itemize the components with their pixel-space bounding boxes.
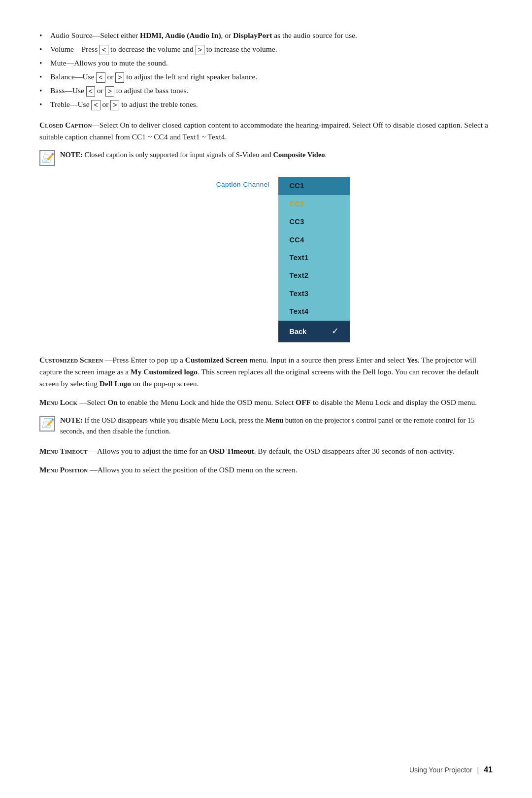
menu-option-cc2[interactable]: CC2 <box>278 195 350 213</box>
menu-row-cc3: CC3 <box>182 213 350 231</box>
caption-channel-label: Caption Channel <box>182 177 278 195</box>
menu-header-row: Caption Channel CC1 <box>182 177 350 195</box>
treble-greater-key: > <box>110 100 119 110</box>
customized-screen-heading: Customized Screen <box>39 356 103 364</box>
note-content-2: If the OSD disappears while you disable … <box>60 416 474 435</box>
closed-caption-paragraph: Closed Caption—Select On to deliver clos… <box>39 119 493 143</box>
caption-menu-table: Caption Channel CC1 CC2 CC3 <box>182 177 350 342</box>
list-item-mute: Mute—Allows you to mute the sound. <box>39 57 493 69</box>
menu-row-text4: Text4 <box>182 302 350 320</box>
note-text-2: NOTE: If the OSD disappears while you di… <box>60 415 493 437</box>
treble-less-key: < <box>91 100 100 110</box>
customized-screen-paragraph: Customized Screen —Press Enter to pop up… <box>39 354 493 390</box>
note-label-2: NOTE: <box>60 416 83 424</box>
menu-row-text2: Text2 <box>182 266 350 284</box>
menu-option-text1[interactable]: Text1 <box>278 249 350 266</box>
footer-separator: | <box>477 765 479 776</box>
note-block-2: 📝 NOTE: If the OSD disappears while you … <box>39 415 493 437</box>
back-label[interactable]: Back <box>289 326 306 337</box>
caption-channel-menu-container: Caption Channel CC1 CC2 CC3 <box>39 177 493 342</box>
list-item-volume: Volume—Press < to decrease the volume an… <box>39 43 493 55</box>
balance-greater-key: > <box>115 72 124 82</box>
menu-position-heading: Menu Position <box>39 466 88 474</box>
closed-caption-body: —Select On to deliver closed caption con… <box>39 121 488 141</box>
bullet-list: Audio Source—Select either HDMI, Audio (… <box>39 30 493 110</box>
menu-option-text4[interactable]: Text4 <box>278 302 350 320</box>
note-icon-2: 📝 <box>39 416 55 432</box>
note-icon-1: 📝 <box>39 150 55 166</box>
menu-row-cc2: CC2 <box>182 195 350 213</box>
menu-row-cc4: CC4 <box>182 231 350 249</box>
list-item-treble: Treble—Use < or > to adjust the treble t… <box>39 99 493 110</box>
list-item-balance: Balance—Use < or > to adjust the left an… <box>39 71 493 83</box>
list-item-audio-source: Audio Source—Select either HDMI, Audio (… <box>39 30 493 41</box>
footer-label: Using Your Projector <box>409 765 472 776</box>
customized-screen-body: —Press Enter to pop up a Customized Scre… <box>39 356 479 388</box>
note-content-1: Closed caption is only supported for inp… <box>85 151 327 159</box>
menu-option-text3[interactable]: Text3 <box>278 285 350 302</box>
note-block-1: 📝 NOTE: Closed caption is only supported… <box>39 150 493 166</box>
note-label-1: NOTE: <box>60 151 83 159</box>
menu-timeout-paragraph: Menu Timeout —Allows you to adjust the t… <box>39 445 493 457</box>
page-number: 41 <box>484 764 493 776</box>
list-item-bass: Bass—Use < or > to adjust the bass tones… <box>39 85 493 97</box>
menu-option-cc1[interactable]: CC1 <box>278 177 350 195</box>
bass-less-key: < <box>86 86 95 96</box>
menu-option-cc4[interactable]: CC4 <box>278 231 350 249</box>
menu-option-cc3[interactable]: CC3 <box>278 213 350 231</box>
closed-caption-heading: Closed Caption <box>39 121 92 129</box>
menu-position-body: —Allows you to select the position of th… <box>90 466 297 474</box>
menu-lock-body: —Select On to enable the Menu Lock and h… <box>79 398 477 406</box>
check-icon: ✓ <box>332 325 339 338</box>
menu-row-text1: Text1 <box>182 249 350 266</box>
note-text-1: NOTE: Closed caption is only supported f… <box>60 150 327 161</box>
menu-option-text2[interactable]: Text2 <box>278 266 350 284</box>
greater-than-key: > <box>196 45 204 55</box>
menu-timeout-body: —Allows you to adjust the time for an OS… <box>90 447 455 455</box>
menu-position-paragraph: Menu Position —Allows you to select the … <box>39 464 493 476</box>
menu-row-text3: Text3 <box>182 285 350 302</box>
menu-back-bar: Back ✓ <box>278 321 350 342</box>
menu-lock-heading: Menu Lock <box>39 398 77 406</box>
bass-greater-key: > <box>105 86 114 96</box>
balance-less-key: < <box>96 72 105 82</box>
menu-lock-paragraph: Menu Lock —Select On to enable the Menu … <box>39 397 493 408</box>
less-than-key: < <box>100 45 108 55</box>
menu-back-row: Back ✓ <box>182 321 350 342</box>
menu-timeout-heading: Menu Timeout <box>39 447 88 455</box>
page-footer: Using Your Projector | 41 <box>409 764 493 776</box>
